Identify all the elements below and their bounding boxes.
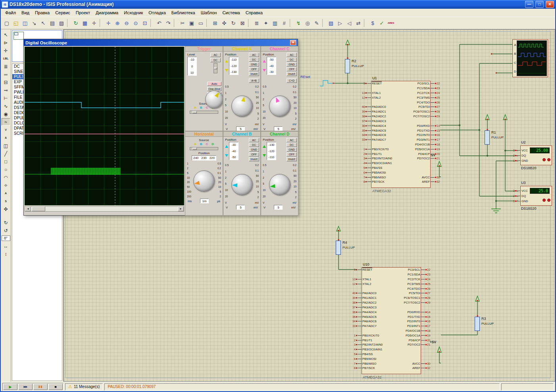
search-tag-button[interactable]: ◎: [303, 19, 312, 27]
trigger-source-slider[interactable]: [190, 111, 218, 114]
temperature-decrease-button[interactable]: [547, 199, 550, 202]
menu-help[interactable]: Справка: [243, 10, 265, 16]
close-icon[interactable]: ✕: [290, 40, 296, 45]
oscilloscope-window[interactable]: Digital Oscilloscope ✕: [23, 39, 298, 216]
zoom-area-button[interactable]: ⊡: [140, 19, 149, 27]
coupling-ac-button[interactable]: AC: [287, 53, 297, 57]
gain-knob[interactable]: [231, 174, 253, 195]
mark-output-area-button[interactable]: ▧: [57, 19, 66, 27]
position-down-arrow-icon[interactable]: [263, 154, 266, 157]
trigger-level-knob[interactable]: [205, 90, 223, 109]
open-file-button[interactable]: ◱: [12, 19, 20, 27]
component-u10-atmega32[interactable]: U10 9RESET13XTAL112XTAL240PA0/ADC039PA1/…: [362, 267, 421, 374]
scrollbar-track[interactable]: [31, 207, 178, 211]
toolbar-separator[interactable]: [322, 19, 325, 27]
position-up-arrow-icon[interactable]: [263, 60, 266, 63]
terminal-mode-button[interactable]: ⊸: [2, 86, 10, 94]
menu-file[interactable]: Файл: [2, 10, 19, 16]
toggle-grid-button[interactable]: ▦: [81, 19, 89, 27]
trigger-ac-button[interactable]: AC: [210, 53, 221, 57]
current-probe-mode-button[interactable]: A: [2, 134, 10, 142]
2d-symbol-mode-button[interactable]: S: [2, 197, 10, 205]
position-slider[interactable]: -50 -40 -30: [267, 57, 276, 75]
position-up-arrow-icon[interactable]: [225, 145, 228, 148]
component-r1[interactable]: R1 PULLUP: [485, 130, 490, 145]
cut-button[interactable]: ✂: [178, 19, 187, 27]
2d-path-mode-button[interactable]: ✧: [2, 182, 10, 189]
pan-button[interactable]: ✛: [104, 19, 113, 27]
coupling-gnd-button[interactable]: GND: [287, 147, 297, 152]
combine-button[interactable]: C+D: [287, 78, 297, 83]
toolbar-separator[interactable]: [150, 19, 153, 27]
oscilloscope-titlebar[interactable]: Digital Oscilloscope ✕: [24, 39, 298, 46]
2d-arc-mode-button[interactable]: ◠: [2, 174, 10, 181]
channel-off-button[interactable]: OFF: [287, 67, 297, 71]
block-move-button[interactable]: ✜: [220, 19, 229, 27]
property-assignment-button[interactable]: ✎: [312, 19, 321, 27]
menu-template[interactable]: Шаблон: [198, 10, 220, 16]
channel-off-button[interactable]: OFF: [249, 67, 259, 71]
text-script-mode-button[interactable]: ≣: [2, 63, 10, 70]
component-u3-ds18s20[interactable]: U3 3VCC2DQ1GND 25.0 DS18S20: [509, 186, 553, 206]
refresh-display-button[interactable]: ↻: [71, 19, 80, 27]
component-u1-atmega32[interactable]: U1 9RESET13XTAL112XTAL240PA0/ADC039PA1/A…: [371, 81, 431, 188]
coupling-dc-button[interactable]: DC: [287, 143, 297, 147]
trigger-dc-button[interactable]: DC: [210, 58, 221, 62]
invert-button[interactable]: Invert: [287, 157, 297, 161]
temperature-increase-button[interactable]: [543, 158, 546, 161]
menu-graph[interactable]: Диаграмма: [93, 10, 121, 16]
temperature-decrease-button[interactable]: [547, 158, 550, 161]
2d-box-mode-button[interactable]: □: [2, 158, 10, 165]
invert-button[interactable]: Invert: [249, 157, 259, 161]
toolbar-separator[interactable]: [174, 19, 177, 27]
wire-autorouter-button[interactable]: ↯: [294, 19, 303, 27]
component-r4[interactable]: R4 PULLUP: [336, 241, 341, 255]
position-slider[interactable]: -130 -120 -110: [267, 142, 276, 160]
horizontal-position-readout[interactable]: 240 230 220: [192, 155, 216, 161]
channel-off-button[interactable]: OFF: [287, 152, 297, 157]
zoom-all-button[interactable]: ⊙: [131, 19, 140, 27]
design-explorer-button[interactable]: ▧: [327, 19, 335, 27]
zoom-out-button[interactable]: ⊖: [122, 19, 131, 27]
virtual-instruments-mode-button[interactable]: ◫: [2, 142, 10, 149]
timebase-knob[interactable]: [193, 170, 215, 192]
menu-tools[interactable]: Сервис: [52, 10, 73, 16]
horizontal-source-slider[interactable]: [190, 147, 218, 150]
invert-button[interactable]: Invert: [249, 72, 259, 76]
copy-button[interactable]: ▣: [187, 19, 196, 27]
new-file-button[interactable]: ▢: [2, 19, 11, 27]
2d-line-mode-button[interactable]: ╱: [2, 150, 10, 157]
menu-source[interactable]: Исходник: [121, 10, 146, 16]
toolbar-separator[interactable]: [290, 19, 292, 27]
decompose-button[interactable]: #: [280, 19, 289, 27]
electrical-rule-check-button[interactable]: ✓: [377, 19, 386, 27]
paste-button[interactable]: ▭: [196, 19, 205, 27]
coupling-dc-button[interactable]: DC: [249, 57, 259, 62]
make-device-button[interactable]: ✦: [262, 19, 270, 27]
device-pin-mode-button[interactable]: ⊢: [2, 94, 10, 102]
menu-library[interactable]: Библиотека: [169, 10, 198, 16]
coupling-gnd-button[interactable]: GND: [249, 147, 259, 152]
gain-knob[interactable]: [269, 96, 291, 117]
subcircuit-mode-button[interactable]: ⊟: [2, 78, 10, 86]
gain-knob[interactable]: [231, 96, 253, 117]
position-slider[interactable]: -110 -120 -130: [229, 57, 239, 75]
trigger-auto-button[interactable]: Auto: [207, 82, 221, 86]
toolbar-separator[interactable]: [364, 19, 367, 27]
coupling-ac-button[interactable]: AC: [287, 138, 297, 142]
selection-mode-button[interactable]: ↖: [2, 31, 10, 38]
invert-button[interactable]: Invert: [287, 72, 297, 76]
position-down-arrow-icon[interactable]: [225, 69, 228, 72]
bill-of-materials-button[interactable]: $: [368, 19, 377, 27]
menu-system[interactable]: Система: [219, 10, 242, 16]
redo-button[interactable]: ↷: [164, 19, 173, 27]
rotate-anticlockwise-button[interactable]: ↺: [2, 227, 10, 234]
coupling-ac-button[interactable]: AC: [249, 53, 259, 57]
component-mode-button[interactable]: ⊳: [2, 39, 10, 46]
graph-mode-button[interactable]: ∿: [2, 102, 10, 110]
message-panel[interactable]: ⚠ 11 Message(s): [65, 383, 103, 390]
component-u2-ds18b20[interactable]: U2 3VCC2DQ1GND 25.00 DS18B20: [509, 145, 553, 165]
wire-label-mode-button[interactable]: LBL: [2, 55, 10, 62]
position-down-arrow-icon[interactable]: [263, 69, 266, 72]
new-sheet-button[interactable]: ▷: [336, 19, 344, 27]
